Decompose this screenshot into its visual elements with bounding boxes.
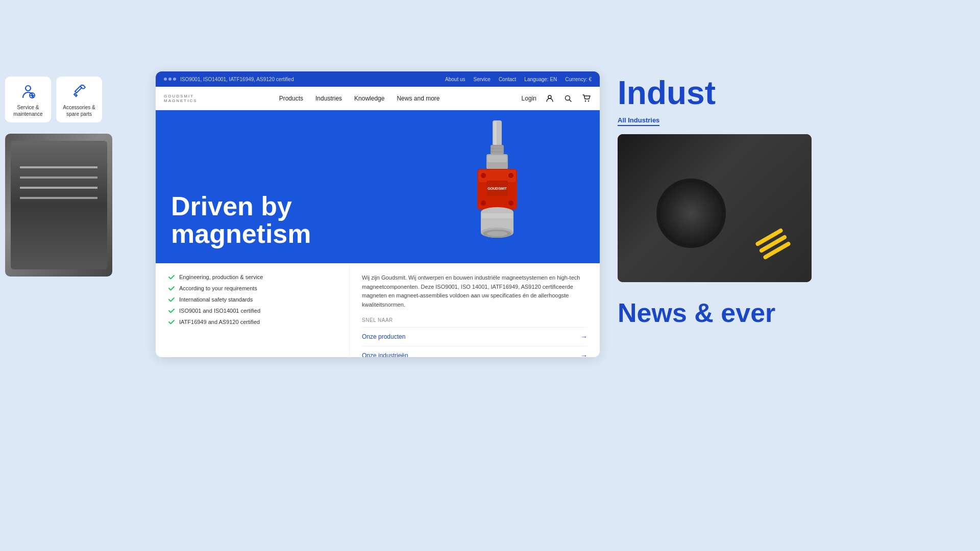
svg-rect-10 xyxy=(492,146,503,148)
hero-title: Driven by magnetism xyxy=(171,192,311,248)
service-maintenance-card[interactable]: Service & maintenance xyxy=(5,77,51,122)
nav-industries[interactable]: Industries xyxy=(315,95,342,102)
logo-text: GOUDSMIT xyxy=(164,94,198,98)
checklist-item-4: ISO9001 and ISO14001 certified xyxy=(168,307,337,314)
checklist-text-1: Engineering, production & service xyxy=(179,274,263,280)
top-bar-left: ISO9001, ISO14001, IATF16949, AS9120 cer… xyxy=(164,77,294,82)
svg-point-19 xyxy=(481,201,486,206)
svg-rect-14 xyxy=(487,155,507,162)
feature-checklist: Engineering, production & service Accord… xyxy=(168,273,337,325)
top-bar: ISO9001, ISO14001, IATF16949, AS9120 cer… xyxy=(156,71,600,87)
main-website: ISO9001, ISO14001, IATF16949, AS9120 cer… xyxy=(156,71,600,357)
hero-product-image: GOUDSMIT xyxy=(426,115,569,258)
hero-title-line1: Driven by xyxy=(171,191,292,221)
nav-dots xyxy=(164,78,176,81)
check-icon-2 xyxy=(168,285,175,292)
nav-products[interactable]: Products xyxy=(279,95,303,102)
checklist-item-1: Engineering, production & service xyxy=(168,273,337,281)
machinery-image xyxy=(5,134,112,277)
content-section: Engineering, production & service Accord… xyxy=(156,263,600,357)
checklist-item-2: According to your requirements xyxy=(168,285,337,292)
svg-rect-25 xyxy=(482,213,512,218)
all-industries-link[interactable]: All Industries xyxy=(618,116,659,126)
news-heading: News & ever xyxy=(618,297,970,328)
check-icon-1 xyxy=(168,273,175,281)
svg-point-17 xyxy=(481,173,486,178)
svg-point-28 xyxy=(487,231,507,236)
dot-3 xyxy=(173,78,176,81)
svg-point-6 xyxy=(588,100,589,101)
search-icon[interactable] xyxy=(563,93,573,104)
checklist-section: Engineering, production & service Accord… xyxy=(156,263,350,357)
service-maintenance-icon xyxy=(17,82,39,101)
accessories-label: Accessories & spare parts xyxy=(61,104,97,117)
quick-link-products[interactable]: Onze producten → xyxy=(362,328,587,346)
car-interior-graphic xyxy=(618,134,812,282)
login-icon[interactable] xyxy=(545,93,555,104)
check-icon-5 xyxy=(168,318,175,325)
check-icon-3 xyxy=(168,296,175,303)
svg-rect-11 xyxy=(492,149,503,151)
dot-2 xyxy=(168,78,172,81)
quick-links-section: Onze producten → Onze industrieën → Ons … xyxy=(362,327,587,357)
quick-link-industries-text[interactable]: Onze industrieën xyxy=(362,352,408,357)
left-sidebar: Service & maintenance Accessories & spar… xyxy=(0,71,117,282)
checklist-text-3: International safety standards xyxy=(179,296,253,303)
checklist-text-5: IATF16949 and AS9120 certified xyxy=(179,319,260,325)
nav-knowledge[interactable]: Knowledge xyxy=(354,95,384,102)
quick-link-products-text[interactable]: Onze producten xyxy=(362,333,405,340)
nav-bar: GOUDSMIT MAGNETICS Products Industries K… xyxy=(156,87,600,110)
svg-point-2 xyxy=(548,95,551,98)
top-bar-right: About us Service Contact Language: EN Cu… xyxy=(445,77,592,82)
right-panel: Indust All Industries News & ever xyxy=(607,71,980,333)
magnet-assembly-svg: GOUDSMIT xyxy=(442,120,554,253)
about-link[interactable]: About us xyxy=(445,77,465,82)
svg-point-0 xyxy=(26,86,31,91)
service-cards: Service & maintenance Accessories & spar… xyxy=(5,77,112,122)
arrow-icon-products: → xyxy=(580,333,587,341)
company-description: Wij zijn Goudsmit. Wij ontwerpen en bouw… xyxy=(362,273,587,309)
industries-heading: Indust xyxy=(618,77,970,109)
accessories-card[interactable]: Accessories & spare parts xyxy=(56,77,102,122)
login-link[interactable]: Login xyxy=(522,95,536,102)
nav-right: Login xyxy=(522,93,592,104)
check-icon-4 xyxy=(168,307,175,314)
company-info-section: Wij zijn Goudsmit. Wij ontwerpen en bouw… xyxy=(350,263,600,357)
checklist-item-5: IATF16949 and AS9120 certified xyxy=(168,318,337,325)
svg-line-4 xyxy=(569,99,571,102)
site-logo[interactable]: GOUDSMIT MAGNETICS xyxy=(164,94,198,103)
service-link[interactable]: Service xyxy=(474,77,491,82)
cert-text: ISO9001, ISO14001, IATF16949, AS9120 cer… xyxy=(180,77,294,82)
service-maintenance-label: Service & maintenance xyxy=(10,104,46,117)
arrow-icon-industries: → xyxy=(580,352,587,357)
contact-link[interactable]: Contact xyxy=(499,77,516,82)
currency-selector[interactable]: Currency: € xyxy=(565,77,592,82)
hero-text: Driven by magnetism xyxy=(171,192,311,248)
dot-1 xyxy=(164,78,167,81)
accessories-icon xyxy=(68,82,90,101)
language-selector[interactable]: Language: EN xyxy=(524,77,557,82)
svg-text:GOUDSMIT: GOUDSMIT xyxy=(487,187,507,190)
quick-link-industries[interactable]: Onze industrieën → xyxy=(362,346,587,357)
checklist-text-4: ISO9001 and ISO14001 certified xyxy=(179,308,260,314)
cart-icon[interactable] xyxy=(581,93,592,104)
hero-section: Driven by magnetism xyxy=(156,110,600,263)
checklist-item-3: International safety standards xyxy=(168,296,337,303)
logo-sub: MAGNETICS xyxy=(164,98,198,103)
svg-rect-8 xyxy=(494,121,497,145)
checklist-text-2: According to your requirements xyxy=(179,285,257,291)
snel-naar-label: Snel naar xyxy=(362,317,587,323)
svg-point-5 xyxy=(585,100,586,101)
svg-rect-12 xyxy=(492,152,503,154)
industry-image xyxy=(618,134,812,282)
svg-point-18 xyxy=(508,173,513,178)
nav-items: Products Industries Knowledge News and m… xyxy=(279,95,440,102)
svg-point-20 xyxy=(508,201,513,206)
hero-title-line2: magnetism xyxy=(171,219,311,248)
nav-news[interactable]: News and more xyxy=(397,95,439,102)
